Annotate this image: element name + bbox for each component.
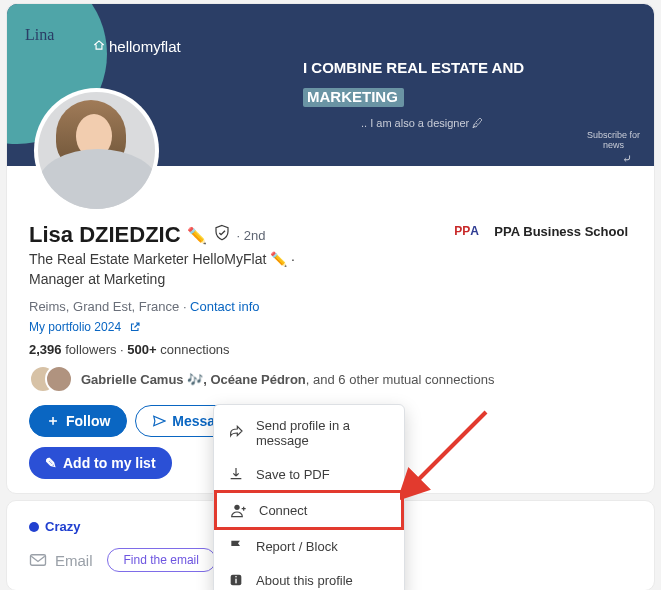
- school-logo: PPA: [454, 222, 484, 240]
- profile-name[interactable]: Lisa DZIEDZIC: [29, 222, 181, 248]
- menu-connect-highlight: Connect: [214, 490, 404, 530]
- send-icon: [152, 414, 166, 428]
- house-bubble-icon: [92, 38, 106, 55]
- envelope-icon: [29, 553, 47, 567]
- info-icon: [228, 572, 244, 588]
- headline: The Real Estate Marketer HelloMyFlat ✏️ …: [29, 250, 349, 289]
- more-dropdown: Send profile in a message Save to PDF Co…: [213, 404, 405, 590]
- menu-about-profile[interactable]: About this profile: [214, 563, 404, 590]
- portfolio-link[interactable]: My portfolio 2024: [29, 320, 632, 334]
- menu-report[interactable]: Report / Block: [214, 529, 404, 563]
- plus-icon: ＋: [46, 412, 60, 430]
- avatar-photo: [38, 92, 155, 209]
- tagline-line1: I COMBINE REAL ESTATE AND: [303, 54, 524, 83]
- tagline-line2: MARKETING: [303, 83, 524, 112]
- svg-rect-4: [235, 576, 236, 577]
- avatar-icon: [45, 365, 73, 393]
- verified-shield-icon: [213, 224, 231, 246]
- download-icon: [228, 466, 244, 482]
- school-name: PPA Business School: [494, 224, 628, 239]
- logo-hellomyflat-text: hellomyflat: [109, 38, 181, 55]
- mutual-connections[interactable]: Gabrielle Camus 🎶, Océane Pédron, and 6 …: [29, 365, 632, 393]
- followers-count[interactable]: 2,396: [29, 342, 62, 357]
- subscribe-text: Subscribe for news: [587, 131, 640, 151]
- stats-line: 2,396 followers · 500+ connections: [29, 342, 632, 357]
- cover-subtag: .. I am also a designer 🖊: [361, 117, 483, 129]
- menu-connect[interactable]: Connect: [217, 493, 401, 527]
- add-to-list-button[interactable]: ✎ Add to my list: [29, 447, 172, 479]
- svg-rect-3: [235, 579, 236, 584]
- logo-lina: Lina: [25, 26, 54, 44]
- avatar[interactable]: [34, 88, 159, 213]
- dot-icon: [29, 522, 39, 532]
- education-entry[interactable]: PPA PPA Business School: [454, 222, 628, 240]
- menu-send-profile[interactable]: Send profile in a message: [214, 409, 404, 457]
- flag-icon: [228, 538, 244, 554]
- location-line: Reims, Grand Est, France · Contact info: [29, 299, 632, 314]
- pencil-icon: ✎: [45, 455, 57, 471]
- logo-hellomyflat: hellomyflat: [92, 38, 181, 55]
- email-field-label: Email: [29, 552, 93, 569]
- mutual-avatars: [29, 365, 73, 393]
- curve-arrow-icon: ⤶: [622, 152, 632, 166]
- menu-save-pdf[interactable]: Save to PDF: [214, 457, 404, 491]
- find-email-button[interactable]: Find the email: [107, 548, 216, 572]
- share-arrow-icon: [228, 425, 244, 441]
- svg-rect-0: [31, 555, 46, 566]
- connection-degree: · 2nd: [237, 228, 266, 243]
- external-link-icon: [129, 321, 141, 333]
- contact-info-link[interactable]: Contact info: [190, 299, 259, 314]
- connections-count[interactable]: 500+: [127, 342, 156, 357]
- follow-button[interactable]: ＋ Follow: [29, 405, 127, 437]
- cover-tagline: I COMBINE REAL ESTATE AND MARKETING: [303, 54, 524, 111]
- pencil-icon: ✏️: [187, 226, 207, 245]
- person-plus-icon: [231, 502, 247, 518]
- svg-point-1: [234, 505, 239, 510]
